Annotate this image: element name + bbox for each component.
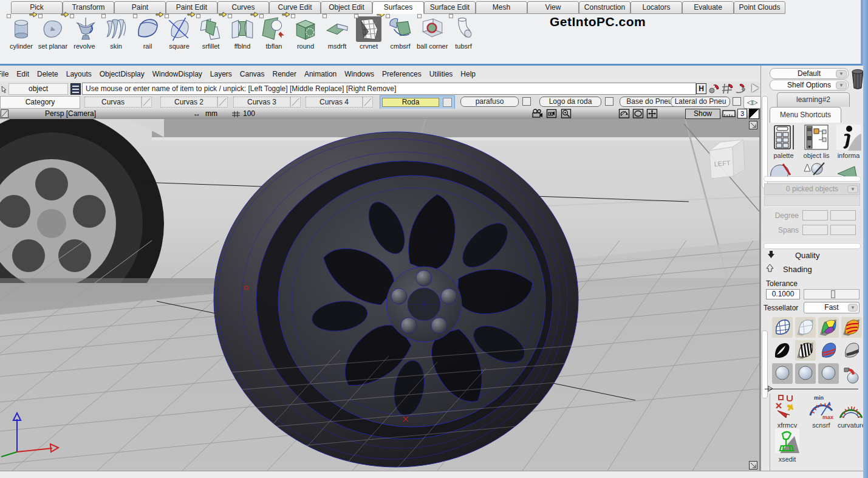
prompt-target-button[interactable]: object	[9, 83, 68, 95]
grid-snap-icon[interactable]	[722, 83, 734, 95]
scroll-right-icon[interactable]: ▷	[753, 98, 758, 106]
shading-section-header[interactable]: Shading	[766, 264, 859, 276]
layer-chip-roda-active[interactable]: Roda	[380, 95, 455, 109]
sphere-env-icon-3[interactable]	[818, 363, 839, 384]
tool-option-box[interactable]	[386, 14, 390, 18]
tool-option-box[interactable]	[417, 14, 422, 18]
shelf-tab-curve-edit[interactable]: Curve Edit	[269, 1, 321, 14]
menu-layouts[interactable]: Layouts	[66, 70, 92, 78]
window-split-icon[interactable]	[749, 109, 759, 119]
layer-chip-logo-da-roda[interactable]: Logo da roda	[539, 97, 601, 107]
shelf-tab-construction[interactable]: Construction	[579, 1, 630, 14]
shelf-options-dropdown[interactable]: Shelf Options▼	[770, 80, 849, 90]
tool-option-box[interactable]	[101, 14, 106, 18]
menu-layers[interactable]: Layers	[210, 70, 232, 78]
tool-srfillet[interactable]: srfillet	[196, 16, 226, 63]
zebra-shade-icon[interactable]	[795, 340, 816, 361]
more-tool-icon[interactable]	[836, 162, 858, 176]
menu-delete[interactable]: Delete	[37, 70, 58, 78]
menu-help[interactable]: Help	[460, 70, 476, 78]
menu-objectdisplay[interactable]: ObjectDisplay	[100, 70, 145, 78]
menu-utilities[interactable]: Utilities	[429, 70, 453, 78]
flat-shade-icon[interactable]	[795, 317, 816, 338]
magnet-snap-icon[interactable]	[708, 83, 720, 95]
viewport-units[interactable]: mm	[205, 109, 217, 118]
pan-move-icon[interactable]	[646, 109, 658, 118]
viewport-grid-size[interactable]: 100	[243, 109, 255, 118]
movie-camera-icon[interactable]	[531, 109, 543, 118]
degree-field-2[interactable]	[830, 210, 856, 220]
menu-shortcuts-tab[interactable]: Menu Shortcuts	[770, 107, 841, 123]
viewport-resize-icon[interactable]	[749, 121, 757, 129]
menu-render[interactable]: Render	[273, 70, 296, 78]
slider-thumb[interactable]	[831, 290, 835, 298]
tool-rail[interactable]: rail	[132, 16, 163, 63]
layer-triangle-icon[interactable]	[217, 97, 228, 108]
layer-scroll-arrows[interactable]: ◁▷	[743, 96, 762, 109]
tool-msdrft[interactable]: msdrft	[322, 16, 352, 63]
striped-shade-icon[interactable]	[841, 317, 862, 338]
curve-snap-icon[interactable]	[735, 83, 747, 95]
tool-round[interactable]: round	[290, 16, 321, 63]
viewport-corner-icon[interactable]	[1, 109, 9, 118]
scroll-left-icon[interactable]: ◁	[747, 98, 753, 106]
menu-preferences[interactable]: Preferences	[382, 70, 422, 78]
palette-tool[interactable]: palette	[768, 124, 799, 159]
tool-set-planar[interactable]: set planar	[38, 16, 68, 63]
prompt-input[interactable]: Use mouse or enter name of item to pick …	[82, 83, 696, 95]
tool-skin[interactable]: skin	[101, 16, 131, 63]
dropdown-arrow-icon[interactable]: ▼	[848, 304, 858, 312]
object-lister-tool[interactable]: object lis	[801, 124, 832, 159]
tool-option-box[interactable]	[323, 14, 327, 18]
tool-ffblnd[interactable]: ffblnd	[227, 16, 258, 63]
spans-field-1[interactable]	[802, 225, 828, 235]
menu-canvas[interactable]: Canvas	[240, 70, 265, 78]
shelf-tab-transform[interactable]: Transform	[63, 1, 114, 14]
menu-file[interactable]: File	[0, 70, 9, 78]
spans-field-2[interactable]	[830, 225, 856, 235]
xfrmcv-tool[interactable]: xfrmcv	[772, 394, 802, 429]
dropdown-arrow-icon[interactable]: ▼	[836, 81, 847, 89]
shelf-tab-point-clouds[interactable]: Point Clouds	[734, 1, 785, 14]
tool-square[interactable]: square	[164, 16, 194, 63]
tool-tbflan[interactable]: tbflan	[259, 16, 289, 63]
menu-edit[interactable]: Edit	[16, 70, 29, 78]
degree-field-1[interactable]	[802, 210, 828, 220]
tool-crvnet[interactable]: crvnet	[354, 16, 384, 63]
tool-tubsrf[interactable]: tubsrf	[448, 16, 479, 63]
tool-option-box[interactable]	[133, 14, 137, 18]
layer-chip-lateral-do-pneu[interactable]: Lateral do Pneu	[671, 97, 730, 107]
shelf-tab-surfaces[interactable]: Surfaces	[372, 1, 424, 14]
sphere-env-icon-2[interactable]	[795, 363, 816, 384]
information-tool[interactable]: informa	[834, 124, 863, 159]
tool-revolve[interactable]: revolve	[69, 16, 100, 63]
viewport-canvas[interactable]: LEFT	[0, 119, 759, 471]
spray-paint-icon[interactable]	[841, 363, 862, 384]
tool-cylinder[interactable]: cylinder	[6, 16, 36, 63]
viewport-title[interactable]: Persp [Camera]	[45, 109, 96, 118]
camera-lock-icon[interactable]	[546, 109, 558, 118]
layer-checkbox[interactable]	[733, 97, 741, 106]
ellipse-icon[interactable]	[632, 109, 644, 118]
tool-option-box[interactable]	[259, 14, 264, 18]
shelf-tab-view[interactable]: View	[527, 1, 579, 14]
menu-windows[interactable]: Windows	[344, 70, 374, 78]
hotkey-button[interactable]: H	[696, 83, 706, 94]
curvature-tool[interactable]: curvature	[838, 394, 864, 429]
tolerance-value-field[interactable]: 0.1000	[766, 289, 800, 299]
layer-checkbox[interactable]	[443, 98, 452, 107]
curvature-shade-icon[interactable]	[772, 340, 793, 361]
paint-tool-icon[interactable]	[768, 162, 793, 176]
tool-cmbsrf[interactable]: cmbsrf	[385, 16, 415, 63]
tool-option-box[interactable]	[70, 14, 74, 18]
layer-chip-curvas[interactable]: Curvas	[84, 97, 142, 108]
twist-icon[interactable]	[618, 109, 630, 118]
perspective-viewport[interactable]: Persp [Camera] ↔ mm 100 Show 3	[0, 109, 760, 471]
pick-object-tool-icon[interactable]	[801, 162, 825, 176]
tool-option-box[interactable]	[196, 14, 200, 18]
tool-option-box[interactable]	[7, 14, 11, 18]
zoom-icon[interactable]	[561, 109, 572, 118]
layer-triangle-icon[interactable]	[290, 97, 301, 108]
menu-windowdisplay[interactable]: WindowDisplay	[152, 70, 202, 78]
ruler-icon[interactable]	[722, 109, 736, 118]
